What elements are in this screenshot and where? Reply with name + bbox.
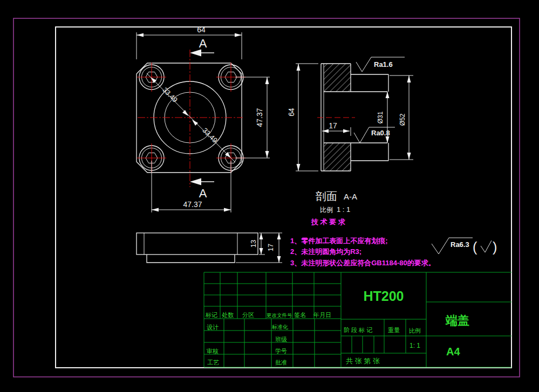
dim-width-text: 64 — [197, 25, 206, 34]
label-stage: 阶 段 标 记 — [344, 327, 372, 333]
label-student-no: 学号 — [275, 348, 287, 354]
tech-requirement-item: 3、未注明形状公差应符合GB1184-80的要求。 — [290, 259, 435, 267]
paren-open: ( — [473, 239, 477, 255]
tech-requirements-heading: 技 术 要 求 — [311, 218, 346, 226]
check-icon — [481, 240, 492, 252]
label-scale: 比例 — [409, 327, 421, 334]
side-view: 13 17 — [137, 233, 282, 263]
section-caption-text: 剖面 — [316, 190, 337, 202]
label-zone: 分区 — [242, 312, 254, 318]
tech-requirement-item: 1、零件加工表面上不应有划痕; — [290, 237, 388, 245]
dim-plate-thickness: 13 — [249, 233, 282, 255]
scale-value: 1: 1 — [410, 342, 420, 349]
section-label-bottom: A — [199, 187, 207, 200]
surface-finish-flange: Ra1.6 — [356, 57, 405, 72]
label-doc-no: 更改文件号 — [267, 312, 292, 318]
surface-finish-bore: Ra0.8 — [354, 127, 395, 143]
label-class: 班级 — [275, 336, 287, 342]
title-block-labels: 标记 处数 分区 更改文件号 签名 年月日 设计 审核 工艺 标准化 班级 学号… — [205, 312, 421, 366]
material-value: HT200 — [363, 288, 404, 304]
label-process: 工艺 — [207, 359, 219, 366]
tech-requirement-item: 2、未注明圆角均为R3; — [290, 247, 361, 256]
dim-width-top: 64 — [137, 25, 242, 59]
part-name: 端盖 — [445, 314, 469, 327]
section-arrow-bottom: A — [190, 178, 214, 201]
label-check: 审核 — [207, 348, 219, 354]
label-sign: 签名 — [294, 312, 306, 318]
dim-bolt-vertical-text: 47.37 — [255, 108, 264, 127]
label-date: 年月日 — [313, 312, 331, 318]
dim-diag-upper-text: 33.49 — [161, 86, 179, 104]
label-weight: 重量 — [388, 327, 400, 333]
section-caption: 剖面 A-A 比例 1 : 1 — [316, 190, 357, 214]
dim-boss-text: Ø52 — [399, 113, 406, 126]
ra-general-text: Ra6.3 — [451, 240, 469, 249]
dim-bore-text: Ø31 — [377, 111, 384, 123]
tech-requirements: 技 术 要 求 1、零件加工表面上不应有划痕; 2、未注明圆角均为R3; 3、未… — [290, 218, 435, 267]
label-approve: 批准 — [275, 359, 287, 366]
dim-total-text: 17 — [267, 244, 275, 251]
section-caption-detail: A-A — [344, 192, 357, 201]
label-design: 设计 — [207, 324, 219, 331]
label-standardization: 标准化 — [271, 324, 288, 330]
sheet-note: 共 张 第 张 — [346, 357, 380, 365]
label-mark: 标记 — [205, 312, 217, 318]
outer-page-border — [13, 18, 520, 377]
section-arrow-top: A — [190, 37, 214, 57]
dim-total-thickness: 17 — [236, 233, 282, 263]
dim-plate-text: 13 — [249, 240, 257, 247]
front-view-geometry — [137, 50, 245, 187]
title-block: 标记 处数 分区 更改文件号 签名 年月日 设计 审核 工艺 标准化 班级 学号… — [204, 272, 511, 367]
dim-height-text: 64 — [287, 108, 296, 116]
dim-depth-text: 17 — [329, 121, 337, 130]
section-scale-value: 1 : 1 — [337, 205, 350, 214]
section-scale-label: 比例 — [320, 206, 333, 214]
dim-bolt-spacing-bottom: 47.37 — [152, 161, 231, 212]
dim-boss-diameter: Ø52 — [390, 75, 413, 160]
label-count: 处数 — [222, 312, 234, 318]
ra-flange-text: Ra1.6 — [374, 60, 393, 68]
dim-section-height: 64 — [287, 64, 318, 171]
paper-size: A4 — [446, 346, 460, 357]
dim-diag-lower-text: 33.49 — [201, 126, 219, 145]
dim-section-depth: 17 — [322, 121, 351, 136]
section-label-top: A — [199, 37, 207, 50]
section-view: 64 17 Ø31 Ø52 Ra1.6 — [287, 57, 413, 214]
dim-bolt-horizontal-text: 47.37 — [183, 200, 202, 209]
front-view: 64 A A 33.49 33.49 — [137, 25, 270, 212]
ra-bore-text: Ra0.8 — [371, 129, 390, 137]
cad-drawing-canvas: 64 A A 33.49 33.49 — [0, 0, 539, 392]
paren-close: ) — [493, 239, 497, 255]
general-roughness-note: Ra6.3 ( ) — [432, 238, 497, 255]
side-view-geometry — [137, 233, 258, 263]
